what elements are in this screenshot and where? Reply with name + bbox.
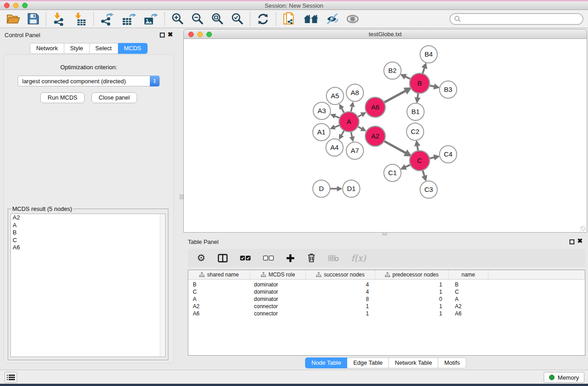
close-table-panel-icon[interactable]: ✖ [577, 237, 583, 244]
tab-select[interactable]: Select [90, 43, 118, 54]
graph-edge-B-B4[interactable] [423, 67, 425, 73]
graph-edge-A-A8[interactable] [351, 105, 353, 111]
table-cell: dominator [250, 288, 306, 295]
graph-node-label: C4 [444, 150, 452, 158]
attribute-type-icon [316, 272, 321, 277]
graph-edge-A-A3[interactable] [334, 115, 339, 118]
task-history-button[interactable] [5, 372, 17, 383]
deselect-all-icon[interactable] [263, 255, 274, 261]
add-column-icon[interactable] [286, 254, 295, 262]
float-panel-icon[interactable] [160, 33, 165, 38]
mcds-result-list[interactable]: A2ABCA6 [10, 214, 166, 357]
table-row[interactable]: Cdominator41C [188, 288, 585, 295]
column-header-shared-name[interactable]: shared name [188, 270, 250, 279]
graph-edge-A-A7[interactable] [351, 132, 353, 138]
search-input[interactable] [461, 14, 583, 24]
import-table-icon[interactable] [73, 12, 87, 26]
hide-graphics-details-icon[interactable] [326, 13, 339, 25]
horizontal-splitter-handle[interactable] [382, 232, 387, 235]
mcds-result-item[interactable]: A6 [11, 244, 165, 252]
graph-edge-B-B1[interactable] [417, 94, 418, 100]
show-graphics-details-icon[interactable] [346, 14, 359, 24]
column-header-successor-nodes[interactable]: successor nodes [306, 270, 375, 279]
open-session-icon[interactable] [6, 13, 20, 25]
graph-edge-C-C2[interactable] [417, 144, 418, 151]
export-image-icon[interactable] [143, 12, 158, 26]
search-icon [454, 15, 461, 23]
tab-style[interactable]: Style [64, 43, 90, 54]
scrollbar-track[interactable] [160, 214, 165, 357]
graph-node-label: A7 [351, 147, 359, 154]
select-all-icon[interactable] [240, 255, 251, 261]
graph-node-label: B2 [388, 67, 397, 74]
table-cell: 1 [375, 310, 449, 317]
delete-column-trash-icon[interactable] [307, 253, 316, 263]
table-panel-title: Table Panel [188, 238, 219, 245]
mcds-result-item[interactable]: A2 [11, 214, 165, 222]
tab-node-table[interactable]: Node Table [305, 357, 348, 368]
graph-edge-A-A6[interactable] [358, 114, 363, 117]
graph-node-label: B3 [444, 86, 452, 93]
graph-edge-C-C3[interactable] [423, 171, 425, 177]
table-cell: C [188, 288, 250, 295]
network-window-title: testGlobe.txt [184, 31, 587, 38]
table-row[interactable]: Adominator80A [188, 295, 585, 303]
save-session-icon[interactable] [27, 13, 39, 25]
zoom-selected-icon[interactable] [231, 13, 244, 25]
close-panel-icon[interactable]: ✖ [167, 31, 173, 38]
graph-edge-B-B3[interactable] [430, 86, 435, 87]
graph-edge-A-A2[interactable] [358, 127, 363, 129]
graph-edge-A-A1[interactable] [333, 125, 339, 128]
zoom-fit-icon[interactable] [211, 13, 224, 25]
close-panel-button[interactable]: Close panel [91, 92, 137, 103]
float-table-panel-icon[interactable] [569, 239, 574, 244]
zoom-in-icon[interactable] [171, 13, 184, 25]
control-panel-title: Control Panel [5, 32, 40, 38]
column-header-name[interactable]: name [449, 270, 488, 279]
table-body: Bdominator41BCdominator41CAdominator80AA… [188, 280, 585, 317]
export-table-icon[interactable] [122, 12, 136, 26]
table-row[interactable]: A6connector11A6 [188, 310, 585, 317]
table-settings-gear-icon[interactable]: ⚙ [197, 253, 206, 262]
graph-edge-C-C1[interactable] [404, 165, 410, 167]
graph-edge-A6-B[interactable] [384, 90, 407, 102]
delete-table-icon-disabled [328, 255, 339, 262]
table-row[interactable]: Bdominator41B [188, 281, 585, 288]
network-window-titlebar[interactable]: testGlobe.txt [183, 29, 587, 39]
vertical-splitter-handle[interactable] [180, 195, 183, 199]
mcds-result-item[interactable]: A [11, 222, 165, 229]
clone-network-icon[interactable] [282, 12, 296, 26]
column-header-predecessor-nodes[interactable]: predecessor nodes [375, 270, 449, 279]
tab-motifs[interactable]: Motifs [438, 357, 466, 368]
memory-button[interactable]: Memory [544, 372, 584, 383]
table-panel: Table Panel ✖ ⚙ [183, 235, 588, 370]
graph-edge-A-A4[interactable] [341, 131, 344, 137]
run-mcds-button[interactable]: Run MCDS [40, 92, 85, 103]
tab-network-table[interactable]: Network Table [389, 357, 438, 368]
criterion-select[interactable]: largest connected component (directed) ▲… [18, 76, 160, 86]
graph-edge-A2-C[interactable] [384, 141, 407, 154]
table-cell: A6 [449, 310, 488, 317]
network-graph[interactable]: B4B2BB3A8A5A6A3B1AA1C2A2A4A7C4CC1C3DD1 [184, 39, 587, 232]
mcds-result-item[interactable]: B [11, 229, 165, 237]
graph-edge-B-B2[interactable] [404, 76, 410, 79]
mcds-result-item[interactable]: C [11, 237, 165, 244]
show-columns-icon[interactable] [218, 254, 228, 262]
table-row[interactable]: A2connector11A2 [188, 303, 585, 310]
graph-node-label: C2 [411, 128, 419, 135]
tab-mcds[interactable]: MCDS [118, 43, 148, 54]
import-network-icon[interactable] [53, 12, 66, 26]
column-header-mcds-role[interactable]: MCDS role [250, 270, 306, 279]
tab-edge-table[interactable]: Edge Table [347, 357, 389, 368]
table-cell: 1 [375, 281, 449, 288]
apply-layout-icon[interactable] [257, 13, 269, 25]
network-canvas[interactable]: B4B2BB3A8A5A6A3B1AA1C2A2A4A7C4CC1C3DD1 [183, 39, 587, 233]
export-network-icon[interactable] [100, 12, 115, 26]
graph-edge-A-A5[interactable] [341, 107, 344, 113]
graph-edge-C-C4[interactable] [430, 157, 435, 158]
graph-node-label: B4 [425, 50, 433, 58]
tab-network[interactable]: Network [30, 43, 64, 54]
home-icon[interactable] [303, 13, 319, 25]
resize-grip-icon[interactable] [580, 226, 586, 231]
zoom-out-icon[interactable] [191, 13, 204, 25]
